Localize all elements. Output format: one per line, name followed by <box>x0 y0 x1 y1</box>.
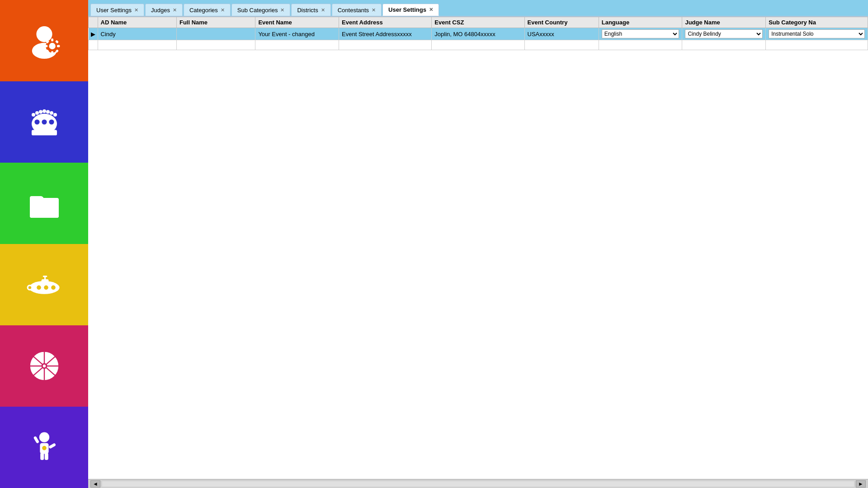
cell-empty-ad-name[interactable] <box>98 40 176 50</box>
svg-point-20 <box>46 110 50 114</box>
scroll-left-button[interactable]: ◄ <box>90 480 100 488</box>
cell-event-name[interactable]: Your Event - changed <box>255 28 339 40</box>
svg-rect-44 <box>33 436 39 444</box>
svg-point-48 <box>42 446 47 450</box>
svg-point-31 <box>44 286 48 290</box>
cell-judge-name[interactable]: Cindy Belindy <box>682 28 766 40</box>
cell-empty-event-name[interactable] <box>255 40 339 50</box>
cell-empty-event-csz[interactable] <box>432 40 524 50</box>
tab-contestants[interactable]: Contestants ✕ <box>332 4 382 16</box>
cell-sub-category-na[interactable]: Instrumental Solo <box>766 28 868 40</box>
svg-point-30 <box>37 286 41 290</box>
svg-rect-5 <box>51 51 53 54</box>
cell-empty-arrow <box>89 40 98 50</box>
judge-name-dropdown[interactable]: Cindy Belindy <box>685 29 763 38</box>
svg-point-21 <box>50 111 53 115</box>
col-ad-name: AD Name <box>98 17 176 28</box>
sidebar-item-map[interactable] <box>0 325 88 407</box>
tab-user-settings-2[interactable]: User Settings ✕ <box>382 4 439 16</box>
sidebar-item-contestants[interactable] <box>0 407 88 488</box>
cell-language[interactable]: English <box>599 28 682 40</box>
col-arrow <box>89 17 98 28</box>
tab-label: User Settings <box>96 7 132 14</box>
col-event-name: Event Name <box>255 17 339 28</box>
svg-point-42 <box>39 432 49 442</box>
table-area: AD Name Full Name Event Name Event Addre… <box>88 16 868 479</box>
cell-ad-name[interactable]: Cindy <box>98 28 176 40</box>
tab-bar: User Settings ✕ Judges ✕ Categories ✕ Su… <box>88 0 868 16</box>
svg-point-15 <box>49 119 54 124</box>
svg-point-0 <box>36 26 52 42</box>
svg-point-14 <box>42 119 47 124</box>
tab-close-districts[interactable]: ✕ <box>321 7 325 13</box>
col-full-name: Full Name <box>176 17 255 28</box>
sub-category-dropdown[interactable]: Instrumental Solo <box>769 29 865 38</box>
tab-user-settings-1[interactable]: User Settings ✕ <box>90 4 144 16</box>
svg-point-16 <box>32 113 35 117</box>
table-header-row: AD Name Full Name Event Name Event Addre… <box>89 17 868 28</box>
cell-empty-judge-name[interactable] <box>682 40 766 50</box>
horizontal-scrollbar: ◄ ► <box>88 479 868 488</box>
language-dropdown[interactable]: English <box>602 29 679 38</box>
col-sub-category-na: Sub Category Na <box>766 17 868 28</box>
col-event-country: Event Country <box>524 17 599 28</box>
col-event-csz: Event CSZ <box>432 17 524 28</box>
tab-close-sub-categories[interactable]: ✕ <box>280 7 284 13</box>
tab-judges[interactable]: Judges ✕ <box>145 4 183 16</box>
tab-categories[interactable]: Categories ✕ <box>184 4 231 16</box>
svg-rect-29 <box>42 276 47 277</box>
svg-point-18 <box>39 110 42 114</box>
tab-sub-categories[interactable]: Sub Categories ✕ <box>231 4 291 16</box>
tab-districts[interactable]: Districts ✕ <box>291 4 330 16</box>
svg-point-22 <box>53 113 57 117</box>
cell-event-address[interactable]: Event Street Addressxxxxx <box>339 28 432 40</box>
cell-event-country[interactable]: USAxxxxx <box>524 28 599 40</box>
svg-rect-46 <box>40 453 44 460</box>
col-language: Language <box>599 17 682 28</box>
cell-empty-event-country[interactable] <box>524 40 599 50</box>
table-row-empty[interactable] <box>89 40 868 50</box>
sidebar-item-judges[interactable] <box>0 81 88 163</box>
data-table: AD Name Full Name Event Name Event Addre… <box>88 17 868 50</box>
tab-close-contestants[interactable]: ✕ <box>372 7 376 13</box>
svg-rect-23 <box>32 130 57 136</box>
svg-rect-4 <box>51 38 53 41</box>
tab-label: Categories <box>189 7 218 14</box>
sidebar-item-user-settings[interactable] <box>0 0 88 81</box>
sidebar-item-districts[interactable] <box>0 244 88 325</box>
svg-point-41 <box>42 365 45 367</box>
tab-label: Contestants <box>338 7 369 14</box>
tab-label: Sub Categories <box>237 7 278 14</box>
svg-point-17 <box>35 111 39 115</box>
svg-point-3 <box>49 43 55 49</box>
svg-rect-7 <box>57 45 60 47</box>
cell-empty-event-address[interactable] <box>339 40 432 50</box>
svg-point-32 <box>51 286 56 290</box>
sidebar-item-categories[interactable] <box>0 163 88 244</box>
tab-label: Judges <box>151 7 170 14</box>
svg-point-13 <box>34 119 39 124</box>
svg-rect-45 <box>48 443 56 449</box>
tab-close-judges[interactable]: ✕ <box>173 7 177 13</box>
scroll-right-button[interactable]: ► <box>856 480 866 488</box>
cell-full-name[interactable] <box>176 28 255 40</box>
tab-close-categories[interactable]: ✕ <box>221 7 225 13</box>
svg-point-19 <box>42 109 46 113</box>
svg-point-34 <box>28 286 31 289</box>
cell-empty-full-name[interactable] <box>176 40 255 50</box>
sidebar <box>0 0 88 488</box>
svg-rect-25 <box>30 200 59 218</box>
tab-label: User Settings <box>388 6 426 13</box>
cell-event-csz[interactable]: Joplin, MO 64804xxxxx <box>432 28 524 40</box>
table-row[interactable]: ▶ Cindy Your Event - changed Event Stree… <box>89 28 868 40</box>
main-content: User Settings ✕ Judges ✕ Categories ✕ Su… <box>88 0 868 488</box>
tab-close-user-settings-1[interactable]: ✕ <box>134 7 138 13</box>
scroll-track[interactable] <box>102 481 854 487</box>
tab-label: Districts <box>297 7 318 14</box>
col-judge-name: Judge Name <box>682 17 766 28</box>
row-arrow: ▶ <box>89 28 98 40</box>
cell-empty-sub-category-na[interactable] <box>766 40 868 50</box>
svg-rect-6 <box>44 45 47 47</box>
tab-close-user-settings-2[interactable]: ✕ <box>429 7 433 13</box>
cell-empty-language[interactable] <box>599 40 682 50</box>
